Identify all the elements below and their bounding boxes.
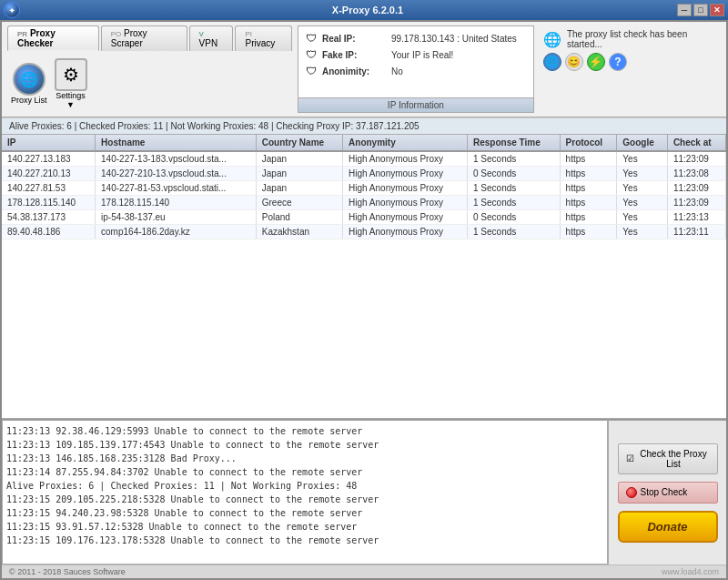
status-text: Alive Proxies: 6 | Checked Proxies: 11 |… (9, 121, 420, 131)
cell-hostname: ip-54-38-137.eu (96, 210, 257, 225)
cell-country-name: Japan (256, 151, 342, 167)
col-anonymity: Anonymity (343, 135, 468, 151)
window-title: X-Proxy 6.2.0.1 (58, 5, 677, 15)
cell-hostname: 140-227-210-13.vpscloud.sta... (96, 167, 257, 181)
log-line: 11:23:15 94.240.23.98:5328 Unable to con… (6, 506, 603, 520)
col-google: Google (617, 135, 668, 151)
app-icon: ✦ (4, 2, 20, 18)
tab-privacy[interactable]: PI Privacy (235, 25, 291, 51)
cell-ip: 140.227.13.183 (2, 151, 96, 167)
cell-check-at: 11:23:09 (667, 196, 725, 210)
minimize-button[interactable]: ─ (677, 4, 692, 16)
proxy-table-container[interactable]: IP Hostname Country Name Anonymity Respo… (2, 135, 726, 419)
table-row[interactable]: 89.40.48.186comp164-186.2day.kzKazakhsta… (2, 225, 726, 239)
footer: © 2011 - 2018 Sauces Software www.load4.… (2, 565, 726, 578)
cell-protocol: https (560, 167, 617, 181)
globe-icon: 🌐 (543, 31, 561, 48)
smiley-btn[interactable]: 😊 (565, 53, 583, 71)
cell-google: Yes (617, 210, 668, 225)
cell-hostname: 140-227-13-183.vpscloud.sta... (96, 151, 257, 167)
red-dot-icon (626, 487, 637, 498)
right-icons: 🌐 😊 ⚡ ? (543, 53, 717, 71)
tab-vpn[interactable]: V VPN (189, 25, 234, 51)
settings-icon: ⚙ (55, 58, 87, 91)
proxy-list-icon: 🌐 (13, 63, 46, 96)
real-ip-value: 99.178.130.143 : United States (391, 34, 517, 44)
col-check-at: Check at (667, 135, 725, 151)
log-line: Alive Proxies: 6 | Checked Proxies: 11 |… (6, 479, 603, 493)
fake-ip-label: Fake IP: (322, 50, 386, 60)
globe-btn[interactable]: 🌐 (543, 53, 561, 71)
cell-ip: 140.227.81.53 (2, 181, 96, 196)
log-line: 11:23:13 109.185.139.177:4543 Unable to … (6, 438, 603, 452)
table-header: IP Hostname Country Name Anonymity Respo… (2, 135, 726, 151)
proxy-list-icon-item[interactable]: 🌐 Proxy List (11, 63, 47, 105)
real-ip-row: 🛡 Real IP: 99.178.130.143 : United State… (306, 30, 526, 46)
cell-country-name: Greece (256, 196, 342, 210)
maximize-button[interactable]: □ (693, 4, 708, 16)
cell-response-time: 0 Seconds (468, 167, 561, 181)
col-response: Response Time (468, 135, 561, 151)
table-row[interactable]: 54.38.137.173ip-54-38-137.euPolandHigh A… (2, 210, 726, 225)
cell-country-name: Japan (256, 181, 342, 196)
close-button[interactable]: ✕ (710, 4, 724, 16)
cell-google: Yes (617, 167, 668, 181)
tab-proxy-checker[interactable]: PR Proxy Checker (7, 25, 99, 51)
cell-anonymity: High Anonymous Proxy (343, 151, 468, 167)
cell-anonymity: High Anonymous Proxy (343, 167, 468, 181)
cell-protocol: https (560, 151, 617, 167)
proxy-table-body: 140.227.13.183140-227-13-183.vpscloud.st… (2, 151, 726, 239)
table-row[interactable]: 140.227.210.13140-227-210-13.vpscloud.st… (2, 167, 726, 181)
cell-check-at: 11:23:08 (667, 167, 725, 181)
fake-ip-icon: 🛡 (306, 48, 317, 61)
toolbar-right: 🌐 The proxy list check has been started.… (540, 25, 721, 113)
title-bar: ✦ X-Proxy 6.2.0.1 ─ □ ✕ (0, 0, 728, 20)
cell-google: Yes (617, 181, 668, 196)
cell-protocol: https (560, 196, 617, 210)
notification-text: The proxy list check has been started... (567, 29, 717, 49)
cell-response-time: 1 Seconds (468, 151, 561, 167)
cell-check-at: 11:23:09 (667, 181, 725, 196)
cell-anonymity: High Anonymous Proxy (343, 225, 468, 239)
proxy-list-label: Proxy List (11, 96, 47, 105)
cell-anonymity: High Anonymous Proxy (343, 181, 468, 196)
cell-check-at: 11:23:09 (667, 151, 725, 167)
stop-check-label: Stop Check (641, 487, 688, 497)
table-row[interactable]: 140.227.13.183140-227-13-183.vpscloud.st… (2, 151, 726, 167)
watermark: www.load4.com (662, 567, 719, 576)
cell-anonymity: High Anonymous Proxy (343, 196, 468, 210)
tab-proxy-scraper[interactable]: PO Proxy Scraper (101, 25, 187, 51)
check-proxy-label: Check the Proxy List (638, 449, 710, 469)
power-btn[interactable]: ⚡ (587, 53, 605, 71)
fake-ip-row: 🛡 Fake IP: Your IP is Real! (306, 46, 526, 63)
table-row[interactable]: 178.128.115.140178.128.115.140GreeceHigh… (2, 196, 726, 210)
copyright: © 2011 - 2018 Sauces Software (9, 567, 126, 576)
cell-ip: 140.227.210.13 (2, 167, 96, 181)
check-icon: ☑ (626, 453, 634, 463)
toolbar-left: PR Proxy Checker PO Proxy Scraper V VPN … (7, 25, 292, 113)
check-proxy-list-button[interactable]: ☑ Check the Proxy List (618, 443, 718, 474)
notification-row: 🌐 The proxy list check has been started.… (543, 29, 717, 49)
cell-response-time: 0 Seconds (468, 210, 561, 225)
cell-check-at: 11:23:11 (667, 225, 725, 239)
help-btn[interactable]: ? (609, 53, 627, 71)
cell-protocol: https (560, 181, 617, 196)
ip-info-rows: 🛡 Real IP: 99.178.130.143 : United State… (298, 26, 533, 97)
stop-check-button[interactable]: Stop Check (618, 482, 718, 504)
tab-buttons: PR Proxy Checker PO Proxy Scraper V VPN … (7, 25, 292, 51)
log-panel[interactable]: 11:23:13 92.38.46.129:5993 Unable to con… (2, 419, 608, 565)
table-row[interactable]: 140.227.81.53140-227-81-53.vpscloud.stat… (2, 181, 726, 196)
cell-anonymity: High Anonymous Proxy (343, 210, 468, 225)
log-line: 11:23:13 92.38.46.129:5993 Unable to con… (6, 424, 603, 438)
real-ip-icon: 🛡 (306, 32, 317, 45)
cell-hostname: 178.128.115.140 (96, 196, 257, 210)
cell-protocol: https (560, 210, 617, 225)
toolbar: PR Proxy Checker PO Proxy Scraper V VPN … (2, 22, 726, 117)
ip-info-panel: 🛡 Real IP: 99.178.130.143 : United State… (298, 25, 534, 113)
log-line: 11:23:15 209.105.225.218:5328 Unable to … (6, 493, 603, 506)
cell-country-name: Japan (256, 167, 342, 181)
donate-button[interactable]: Donate (618, 511, 718, 543)
log-line: 11:23:15 93.91.57.12:5328 Unable to conn… (6, 520, 603, 534)
cell-response-time: 1 Seconds (468, 181, 561, 196)
settings-icon-item[interactable]: ⚙ Settings ▼ (55, 58, 87, 109)
